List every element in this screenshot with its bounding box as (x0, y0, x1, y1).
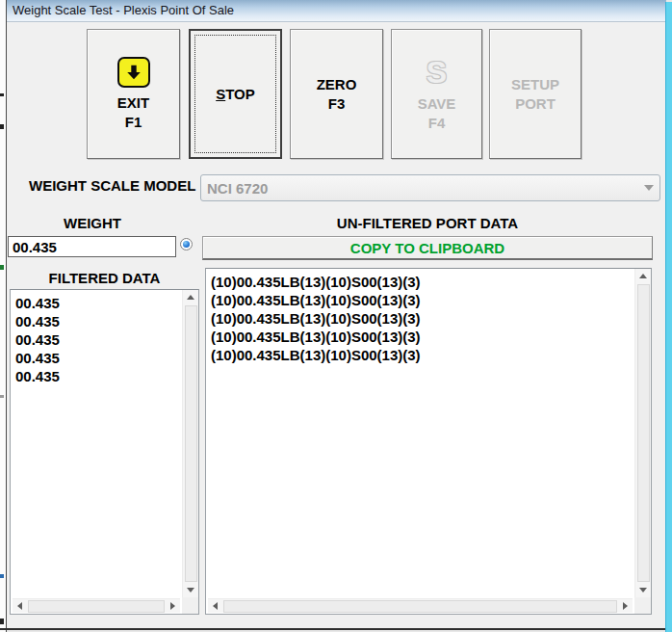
sliver-mark (0, 265, 4, 270)
list-item[interactable]: (10)00.435LB(13)(10)S00(13)(3) (211, 291, 634, 309)
sliver-mark (0, 395, 4, 398)
zero-button-fkey: F3 (328, 94, 346, 114)
radio-dot (183, 241, 190, 248)
scrollbar-thumb[interactable] (185, 305, 197, 582)
sliver-mark (0, 93, 4, 96)
save-button[interactable]: S SAVE F4 (391, 29, 482, 159)
list-item[interactable]: 00.435 (15, 294, 182, 312)
vertical-scrollbar[interactable] (182, 290, 198, 597)
scrollbar-thumb[interactable] (637, 284, 650, 582)
horizontal-scrollbar[interactable] (208, 598, 633, 613)
window-bottom-border (0, 628, 665, 630)
scrollbar-thumb[interactable] (28, 600, 165, 613)
weight-label: WEIGHT (8, 215, 177, 231)
chevron-down-icon[interactable] (638, 185, 659, 191)
list-item[interactable]: (10)00.435LB(13)(10)S00(13)(3) (211, 346, 634, 364)
list-item[interactable]: (10)00.435LB(13)(10)S00(13)(3) (211, 273, 634, 291)
weight-scale-model-dropdown[interactable]: NCI 6720 (200, 174, 660, 201)
filtered-data-items[interactable]: 00.43500.43500.43500.43500.435 (11, 290, 182, 597)
sliver-mark (0, 574, 4, 578)
exit-button[interactable]: EXIT F1 (87, 29, 180, 159)
scroll-down-icon[interactable] (184, 583, 198, 597)
scroll-left-icon[interactable] (13, 599, 27, 614)
scrollbar-corner (634, 597, 651, 614)
list-item[interactable]: (10)00.435LB(13)(10)S00(13)(3) (211, 328, 634, 346)
exit-button-fkey: F1 (125, 113, 142, 132)
scale-active-radio[interactable] (180, 238, 193, 250)
stop-button[interactable]: STOP (189, 29, 282, 159)
scroll-left-icon[interactable] (208, 599, 222, 614)
list-item[interactable]: 00.435 (15, 367, 182, 385)
weight-input[interactable] (8, 236, 176, 257)
filtered-data-listbox[interactable]: 00.43500.43500.43500.43500.435 (10, 289, 199, 615)
unfiltered-port-data-textarea[interactable]: (10)00.435LB(13)(10)S00(13)(3)(10)00.435… (205, 268, 652, 615)
zero-button[interactable]: ZERO F3 (290, 29, 383, 159)
weight-scale-test-window: Weight Scale Test - Plexis Point Of Sale… (7, 0, 666, 628)
copy-to-clipboard-button[interactable]: COPY TO CLIPBOARD (202, 236, 653, 260)
scrollbar-thumb[interactable] (223, 600, 617, 613)
scroll-down-icon[interactable] (636, 583, 651, 597)
weight-scale-model-label: WEIGHT SCALE MODEL (29, 177, 195, 194)
sliver-mark (0, 619, 4, 624)
background-window-sliver (0, 0, 7, 632)
window-edge-accent (665, 2, 672, 632)
save-button-fkey: F4 (428, 114, 446, 133)
save-button-label: SAVE (418, 94, 456, 114)
list-item[interactable]: 00.435 (15, 349, 182, 367)
zero-button-label: ZERO (317, 75, 357, 94)
setup-port-button[interactable]: SETUP PORT (489, 29, 582, 159)
sliver-mark (0, 124, 4, 129)
scroll-up-icon[interactable] (184, 290, 198, 304)
setup-port-label-1: SETUP (511, 75, 559, 94)
setup-port-label-2: PORT (515, 94, 556, 114)
focus-rectangle (194, 35, 276, 153)
weight-scale-model-value: NCI 6720 (201, 180, 638, 197)
title-bar[interactable]: Weight Scale Test - Plexis Point Of Sale (7, 0, 666, 22)
vertical-scrollbar[interactable] (634, 269, 651, 597)
exit-down-arrow-icon (117, 57, 150, 88)
unfiltered-port-data-label: UN-FILTERED PORT DATA (202, 215, 653, 231)
window-title: Weight Scale Test - Plexis Point Of Sale (7, 0, 666, 21)
scrollbar-corner (182, 597, 198, 614)
unfiltered-port-data-lines[interactable]: (10)00.435LB(13)(10)S00(13)(3)(10)00.435… (206, 269, 634, 597)
scroll-up-icon[interactable] (636, 269, 651, 283)
scroll-right-icon[interactable] (618, 599, 633, 614)
list-item[interactable]: 00.435 (15, 312, 182, 330)
exit-button-label: EXIT (117, 93, 149, 113)
list-item[interactable]: 00.435 (15, 330, 182, 349)
save-s-icon: S (426, 56, 447, 89)
horizontal-scrollbar[interactable] (13, 598, 180, 613)
filtered-data-label: FILTERED DATA (10, 270, 199, 286)
list-item[interactable]: (10)00.435LB(13)(10)S00(13)(3) (211, 309, 634, 328)
scroll-right-icon[interactable] (166, 599, 180, 614)
